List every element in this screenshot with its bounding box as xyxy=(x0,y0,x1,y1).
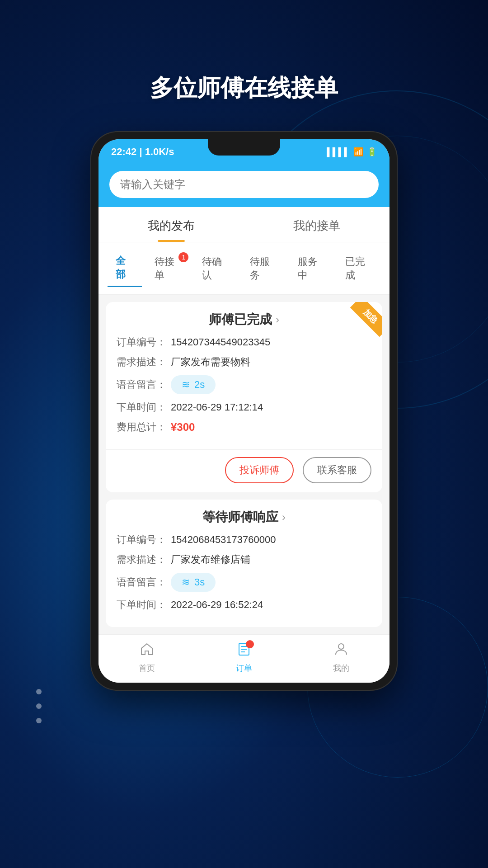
wifi-icon: 📶 xyxy=(353,147,363,157)
status-time: 22:42 | 1.0K/s xyxy=(111,146,174,158)
main-tabs: 我的发布 我的接单 xyxy=(99,207,389,242)
order-status-1: 师傅已完成 xyxy=(209,311,272,328)
battery-icon: 🔋 xyxy=(367,147,377,157)
order-card-2: 等待师傅响应 › 订单编号： 1542068453173760000 需求描述：… xyxy=(106,500,382,627)
ribbon-urgent: 加急 xyxy=(342,302,382,343)
profile-icon xyxy=(334,642,348,660)
order-status-2: 等待师傅响应 xyxy=(202,509,278,526)
order-footer-1: 投诉师傅 联系客服 xyxy=(106,449,382,492)
sub-tab-inservice[interactable]: 服务中 xyxy=(290,250,333,287)
waveform-icon-2: ≋ xyxy=(182,576,190,588)
nav-home[interactable]: 首页 xyxy=(99,642,196,674)
nav-home-label: 首页 xyxy=(139,663,155,674)
order-no-row-1: 订单编号： 154207344549023345 xyxy=(117,335,371,349)
order-body-2: 订单编号： 1542068453173760000 需求描述： 厂家发布维修店铺… xyxy=(106,533,382,627)
app-header xyxy=(99,165,389,207)
order-arrow-1: › xyxy=(276,313,279,326)
home-icon xyxy=(140,642,154,660)
tab-my-orders[interactable]: 我的接单 xyxy=(244,207,389,242)
time-row-2: 下单时间： 2022-06-29 16:52:24 xyxy=(117,598,371,612)
pending-badge: 1 xyxy=(178,252,188,262)
bottom-nav: 首页 订单 xyxy=(99,634,389,683)
fee-value-1: ¥300 xyxy=(171,421,195,434)
phone-frame: 22:42 | 1.0K/s ▌▌▌▌ 📶 🔋 我的发布 我 xyxy=(90,131,398,691)
voice-row-2: 语音留言： ≋ 3s xyxy=(117,573,371,592)
search-bar[interactable] xyxy=(109,171,379,198)
order-no-row-2: 订单编号： 1542068453173760000 xyxy=(117,533,371,547)
phone-screen: 22:42 | 1.0K/s ▌▌▌▌ 📶 🔋 我的发布 我 xyxy=(99,139,389,683)
deco-dots xyxy=(36,689,42,732)
sub-tabs: 全部 待接单 1 待确认 待服务 服务中 已完成 xyxy=(99,242,389,295)
svg-point-4 xyxy=(338,644,344,649)
background: 多位师傅在线接单 22:42 | 1.0K/s ▌▌▌▌ 📶 🔋 xyxy=(0,0,488,868)
orders-badge xyxy=(246,640,254,648)
sub-tab-service[interactable]: 待服务 xyxy=(242,250,285,287)
orders-icon xyxy=(237,642,251,660)
sub-tab-pending[interactable]: 待接单 1 xyxy=(146,250,190,287)
phone-notch xyxy=(208,139,280,156)
voice-row-1: 语音留言： ≋ 2s xyxy=(117,375,371,394)
complaint-btn-1[interactable]: 投诉师傅 xyxy=(225,457,294,483)
tab-my-publish[interactable]: 我的发布 xyxy=(99,207,244,242)
voice-play-btn-2[interactable]: ≋ 3s xyxy=(171,573,216,592)
order-arrow-2: › xyxy=(282,511,286,524)
fee-row-1: 费用总计： ¥300 xyxy=(117,420,371,434)
demand-row-2: 需求描述： 厂家发布维修店铺 xyxy=(117,553,371,566)
nav-profile-label: 我的 xyxy=(333,663,349,674)
contact-btn-1[interactable]: 联系客服 xyxy=(303,457,371,483)
order-body-1: 订单编号： 154207344549023345 需求描述： 厂家发布需要物料 … xyxy=(106,335,382,449)
sub-tab-done[interactable]: 已完成 xyxy=(337,250,380,287)
signal-icon: ▌▌▌▌ xyxy=(327,147,350,157)
order-card-1: 加急 师傅已完成 › 订单编号： 154207344549023345 需求描述… xyxy=(106,302,382,492)
sub-tab-all[interactable]: 全部 xyxy=(108,250,142,287)
order-list: 加急 师傅已完成 › 订单编号： 154207344549023345 需求描述… xyxy=(99,295,389,634)
waveform-icon-1: ≋ xyxy=(182,379,190,391)
nav-profile[interactable]: 我的 xyxy=(292,642,389,674)
search-input[interactable] xyxy=(120,178,368,191)
time-row-1: 下单时间： 2022-06-29 17:12:14 xyxy=(117,401,371,414)
order-header-2[interactable]: 等待师傅响应 › xyxy=(106,500,382,533)
voice-play-btn-1[interactable]: ≋ 2s xyxy=(171,375,216,394)
page-title: 多位师傅在线接单 xyxy=(150,72,338,104)
nav-orders-label: 订单 xyxy=(236,663,252,674)
nav-orders[interactable]: 订单 xyxy=(196,642,293,674)
demand-row-1: 需求描述： 厂家发布需要物料 xyxy=(117,355,371,369)
sub-tab-confirm[interactable]: 待确认 xyxy=(194,250,237,287)
order-header-1[interactable]: 师傅已完成 › xyxy=(106,302,382,335)
status-icons: ▌▌▌▌ 📶 🔋 xyxy=(327,147,377,157)
